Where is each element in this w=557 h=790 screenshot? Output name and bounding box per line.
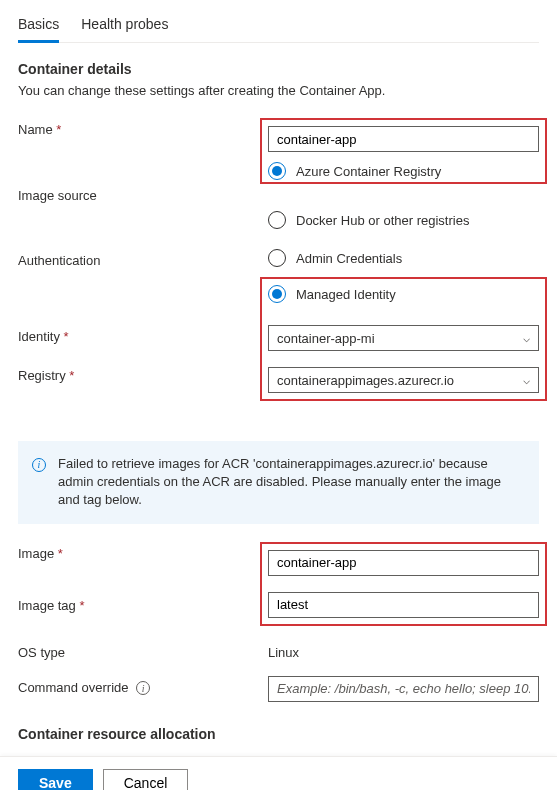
label-os-type: OS type — [18, 641, 268, 660]
radio-icon — [268, 285, 286, 303]
radio-docker-label: Docker Hub or other registries — [296, 213, 469, 228]
radio-acr-label: Azure Container Registry — [296, 164, 441, 179]
radio-icon — [268, 211, 286, 229]
info-message: i Failed to retrieve images for ACR 'con… — [0, 441, 557, 524]
os-type-value: Linux — [268, 641, 539, 660]
label-image: Image * — [18, 542, 268, 561]
radio-acr[interactable]: Azure Container Registry — [268, 162, 539, 180]
registry-value: containerappimages.azurecr.io — [277, 373, 454, 388]
resource-allocation-title: Container resource allocation — [18, 726, 539, 742]
label-name: Name * — [18, 118, 268, 137]
save-button[interactable]: Save — [18, 769, 93, 790]
radio-managed-label: Managed Identity — [296, 287, 396, 302]
name-input[interactable] — [268, 126, 539, 152]
tabs-bar: Basics Health probes — [18, 10, 539, 43]
radio-managed-identity[interactable]: Managed Identity — [268, 285, 539, 303]
tab-health-probes[interactable]: Health probes — [81, 10, 168, 42]
identity-value: container-app-mi — [277, 331, 375, 346]
identity-select[interactable]: container-app-mi ⌵ — [268, 325, 539, 351]
registry-select[interactable]: containerappimages.azurecr.io ⌵ — [268, 367, 539, 393]
image-tag-input[interactable] — [268, 592, 539, 618]
chevron-down-icon: ⌵ — [523, 331, 530, 345]
command-override-input[interactable] — [268, 676, 539, 702]
footer: Save Cancel — [0, 756, 557, 790]
cancel-button[interactable]: Cancel — [103, 769, 189, 790]
label-image-source: Image source — [18, 188, 268, 203]
info-icon[interactable]: i — [136, 681, 150, 695]
tab-basics[interactable]: Basics — [18, 10, 59, 43]
image-input[interactable] — [268, 550, 539, 576]
section-title: Container details — [18, 61, 539, 77]
label-authentication: Authentication — [18, 249, 268, 268]
radio-admin-label: Admin Credentials — [296, 251, 402, 266]
radio-admin-credentials[interactable]: Admin Credentials — [268, 249, 539, 267]
chevron-down-icon: ⌵ — [523, 373, 530, 387]
radio-icon — [268, 249, 286, 267]
label-command-override: Command override i — [18, 676, 268, 696]
radio-docker[interactable]: Docker Hub or other registries — [268, 211, 539, 229]
section-subtitle: You can change these settings after crea… — [18, 83, 539, 98]
radio-icon — [268, 162, 286, 180]
info-icon: i — [32, 458, 46, 472]
